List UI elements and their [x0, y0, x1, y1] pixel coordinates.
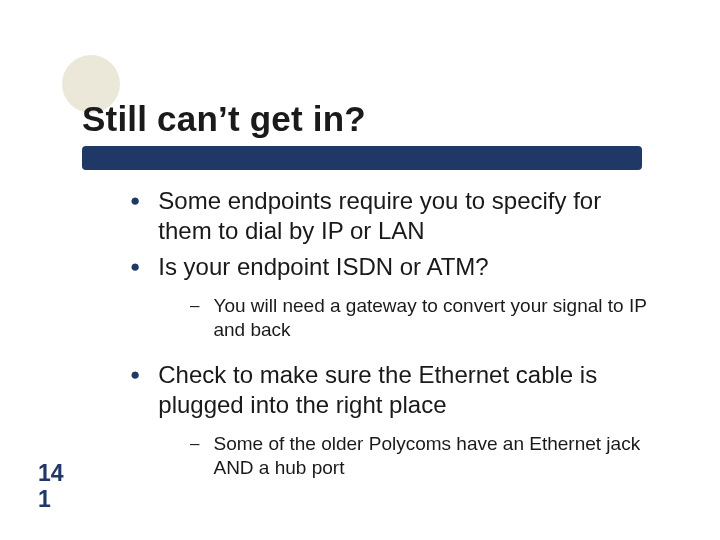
slide-number-line2: 1 — [38, 486, 64, 512]
sub-bullet-text: Some of the older Polycoms have an Ether… — [213, 432, 660, 480]
bullet-dot-icon: ● — [130, 360, 140, 390]
bullet-text: Some endpoints require you to specify fo… — [158, 186, 660, 246]
bullet-item: ● Some endpoints require you to specify … — [130, 186, 660, 246]
sub-bullet-text: You will need a gateway to convert your … — [213, 294, 660, 342]
bullet-text: Check to make sure the Ethernet cable is… — [158, 360, 660, 420]
sub-bullet-item: – Some of the older Polycoms have an Eth… — [190, 432, 660, 480]
bullet-dot-icon: ● — [130, 252, 140, 282]
sub-bullet-item: – You will need a gateway to convert you… — [190, 294, 660, 342]
slide-title: Still can’t get in? — [82, 99, 366, 139]
slide-number: 14 1 — [38, 460, 64, 512]
bullet-item: ● Check to make sure the Ethernet cable … — [130, 360, 660, 420]
bullet-item: ● Is your endpoint ISDN or ATM? — [130, 252, 660, 282]
slide-number-line1: 14 — [38, 460, 64, 486]
bullet-text: Is your endpoint ISDN or ATM? — [158, 252, 488, 282]
bullet-dot-icon: ● — [130, 186, 140, 216]
bullet-dash-icon: – — [190, 432, 199, 456]
title-divider — [82, 146, 642, 170]
bullet-dash-icon: – — [190, 294, 199, 318]
slide-body: ● Some endpoints require you to specify … — [130, 186, 660, 498]
